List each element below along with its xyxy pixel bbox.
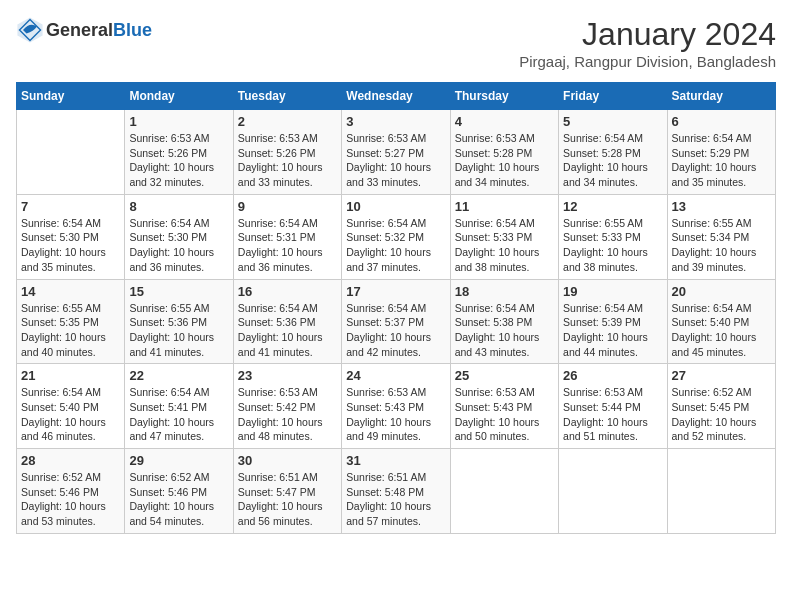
day-number: 9	[238, 199, 337, 214]
day-number: 21	[21, 368, 120, 383]
header-cell-saturday: Saturday	[667, 83, 775, 110]
week-row-5: 28Sunrise: 6:52 AM Sunset: 5:46 PM Dayli…	[17, 449, 776, 534]
day-info: Sunrise: 6:55 AM Sunset: 5:35 PM Dayligh…	[21, 301, 120, 360]
day-info: Sunrise: 6:54 AM Sunset: 5:38 PM Dayligh…	[455, 301, 554, 360]
day-cell	[667, 449, 775, 534]
day-info: Sunrise: 6:55 AM Sunset: 5:36 PM Dayligh…	[129, 301, 228, 360]
day-number: 2	[238, 114, 337, 129]
day-number: 7	[21, 199, 120, 214]
week-row-1: 1Sunrise: 6:53 AM Sunset: 5:26 PM Daylig…	[17, 110, 776, 195]
day-cell: 31Sunrise: 6:51 AM Sunset: 5:48 PM Dayli…	[342, 449, 450, 534]
day-number: 8	[129, 199, 228, 214]
day-cell: 2Sunrise: 6:53 AM Sunset: 5:26 PM Daylig…	[233, 110, 341, 195]
calendar-table: SundayMondayTuesdayWednesdayThursdayFrid…	[16, 82, 776, 534]
day-info: Sunrise: 6:54 AM Sunset: 5:31 PM Dayligh…	[238, 216, 337, 275]
header-cell-monday: Monday	[125, 83, 233, 110]
header-row: SundayMondayTuesdayWednesdayThursdayFrid…	[17, 83, 776, 110]
day-info: Sunrise: 6:54 AM Sunset: 5:28 PM Dayligh…	[563, 131, 662, 190]
day-info: Sunrise: 6:54 AM Sunset: 5:33 PM Dayligh…	[455, 216, 554, 275]
day-info: Sunrise: 6:55 AM Sunset: 5:34 PM Dayligh…	[672, 216, 771, 275]
day-info: Sunrise: 6:54 AM Sunset: 5:39 PM Dayligh…	[563, 301, 662, 360]
day-info: Sunrise: 6:54 AM Sunset: 5:30 PM Dayligh…	[21, 216, 120, 275]
day-cell: 5Sunrise: 6:54 AM Sunset: 5:28 PM Daylig…	[559, 110, 667, 195]
logo: GeneralBlue	[16, 16, 152, 44]
day-info: Sunrise: 6:52 AM Sunset: 5:46 PM Dayligh…	[129, 470, 228, 529]
day-number: 20	[672, 284, 771, 299]
week-row-2: 7Sunrise: 6:54 AM Sunset: 5:30 PM Daylig…	[17, 194, 776, 279]
day-cell: 6Sunrise: 6:54 AM Sunset: 5:29 PM Daylig…	[667, 110, 775, 195]
location-subtitle: Pirgaaj, Rangpur Division, Bangladesh	[519, 53, 776, 70]
day-cell: 8Sunrise: 6:54 AM Sunset: 5:30 PM Daylig…	[125, 194, 233, 279]
day-info: Sunrise: 6:52 AM Sunset: 5:46 PM Dayligh…	[21, 470, 120, 529]
day-number: 23	[238, 368, 337, 383]
header-cell-wednesday: Wednesday	[342, 83, 450, 110]
day-cell: 16Sunrise: 6:54 AM Sunset: 5:36 PM Dayli…	[233, 279, 341, 364]
day-cell: 10Sunrise: 6:54 AM Sunset: 5:32 PM Dayli…	[342, 194, 450, 279]
day-number: 22	[129, 368, 228, 383]
day-cell: 13Sunrise: 6:55 AM Sunset: 5:34 PM Dayli…	[667, 194, 775, 279]
day-number: 13	[672, 199, 771, 214]
day-cell: 15Sunrise: 6:55 AM Sunset: 5:36 PM Dayli…	[125, 279, 233, 364]
header-cell-thursday: Thursday	[450, 83, 558, 110]
day-cell: 30Sunrise: 6:51 AM Sunset: 5:47 PM Dayli…	[233, 449, 341, 534]
header-cell-friday: Friday	[559, 83, 667, 110]
day-info: Sunrise: 6:54 AM Sunset: 5:41 PM Dayligh…	[129, 385, 228, 444]
day-number: 16	[238, 284, 337, 299]
header-cell-sunday: Sunday	[17, 83, 125, 110]
day-number: 17	[346, 284, 445, 299]
day-info: Sunrise: 6:54 AM Sunset: 5:40 PM Dayligh…	[21, 385, 120, 444]
day-info: Sunrise: 6:53 AM Sunset: 5:28 PM Dayligh…	[455, 131, 554, 190]
day-info: Sunrise: 6:54 AM Sunset: 5:30 PM Dayligh…	[129, 216, 228, 275]
day-number: 18	[455, 284, 554, 299]
day-cell: 23Sunrise: 6:53 AM Sunset: 5:42 PM Dayli…	[233, 364, 341, 449]
day-number: 26	[563, 368, 662, 383]
day-number: 1	[129, 114, 228, 129]
week-row-3: 14Sunrise: 6:55 AM Sunset: 5:35 PM Dayli…	[17, 279, 776, 364]
day-cell: 29Sunrise: 6:52 AM Sunset: 5:46 PM Dayli…	[125, 449, 233, 534]
day-info: Sunrise: 6:55 AM Sunset: 5:33 PM Dayligh…	[563, 216, 662, 275]
day-cell	[17, 110, 125, 195]
day-cell: 12Sunrise: 6:55 AM Sunset: 5:33 PM Dayli…	[559, 194, 667, 279]
day-cell	[559, 449, 667, 534]
day-number: 27	[672, 368, 771, 383]
month-title: January 2024	[519, 16, 776, 53]
day-number: 3	[346, 114, 445, 129]
day-info: Sunrise: 6:52 AM Sunset: 5:45 PM Dayligh…	[672, 385, 771, 444]
day-cell: 14Sunrise: 6:55 AM Sunset: 5:35 PM Dayli…	[17, 279, 125, 364]
day-number: 4	[455, 114, 554, 129]
day-cell: 19Sunrise: 6:54 AM Sunset: 5:39 PM Dayli…	[559, 279, 667, 364]
header-cell-tuesday: Tuesday	[233, 83, 341, 110]
day-number: 28	[21, 453, 120, 468]
title-area: January 2024 Pirgaaj, Rangpur Division, …	[519, 16, 776, 70]
day-number: 31	[346, 453, 445, 468]
day-info: Sunrise: 6:54 AM Sunset: 5:29 PM Dayligh…	[672, 131, 771, 190]
day-cell: 17Sunrise: 6:54 AM Sunset: 5:37 PM Dayli…	[342, 279, 450, 364]
day-info: Sunrise: 6:53 AM Sunset: 5:43 PM Dayligh…	[346, 385, 445, 444]
day-cell: 7Sunrise: 6:54 AM Sunset: 5:30 PM Daylig…	[17, 194, 125, 279]
day-info: Sunrise: 6:53 AM Sunset: 5:26 PM Dayligh…	[129, 131, 228, 190]
day-info: Sunrise: 6:54 AM Sunset: 5:37 PM Dayligh…	[346, 301, 445, 360]
day-info: Sunrise: 6:54 AM Sunset: 5:32 PM Dayligh…	[346, 216, 445, 275]
day-number: 12	[563, 199, 662, 214]
day-cell: 22Sunrise: 6:54 AM Sunset: 5:41 PM Dayli…	[125, 364, 233, 449]
day-number: 30	[238, 453, 337, 468]
day-info: Sunrise: 6:51 AM Sunset: 5:48 PM Dayligh…	[346, 470, 445, 529]
day-number: 10	[346, 199, 445, 214]
day-cell: 21Sunrise: 6:54 AM Sunset: 5:40 PM Dayli…	[17, 364, 125, 449]
day-number: 5	[563, 114, 662, 129]
week-row-4: 21Sunrise: 6:54 AM Sunset: 5:40 PM Dayli…	[17, 364, 776, 449]
logo-icon	[16, 16, 44, 44]
day-number: 15	[129, 284, 228, 299]
day-number: 11	[455, 199, 554, 214]
day-info: Sunrise: 6:54 AM Sunset: 5:40 PM Dayligh…	[672, 301, 771, 360]
day-cell: 20Sunrise: 6:54 AM Sunset: 5:40 PM Dayli…	[667, 279, 775, 364]
day-cell: 4Sunrise: 6:53 AM Sunset: 5:28 PM Daylig…	[450, 110, 558, 195]
day-info: Sunrise: 6:53 AM Sunset: 5:42 PM Dayligh…	[238, 385, 337, 444]
day-info: Sunrise: 6:53 AM Sunset: 5:26 PM Dayligh…	[238, 131, 337, 190]
day-cell: 3Sunrise: 6:53 AM Sunset: 5:27 PM Daylig…	[342, 110, 450, 195]
day-cell: 1Sunrise: 6:53 AM Sunset: 5:26 PM Daylig…	[125, 110, 233, 195]
day-number: 25	[455, 368, 554, 383]
page-header: GeneralBlue January 2024 Pirgaaj, Rangpu…	[16, 16, 776, 70]
day-number: 19	[563, 284, 662, 299]
day-cell: 18Sunrise: 6:54 AM Sunset: 5:38 PM Dayli…	[450, 279, 558, 364]
